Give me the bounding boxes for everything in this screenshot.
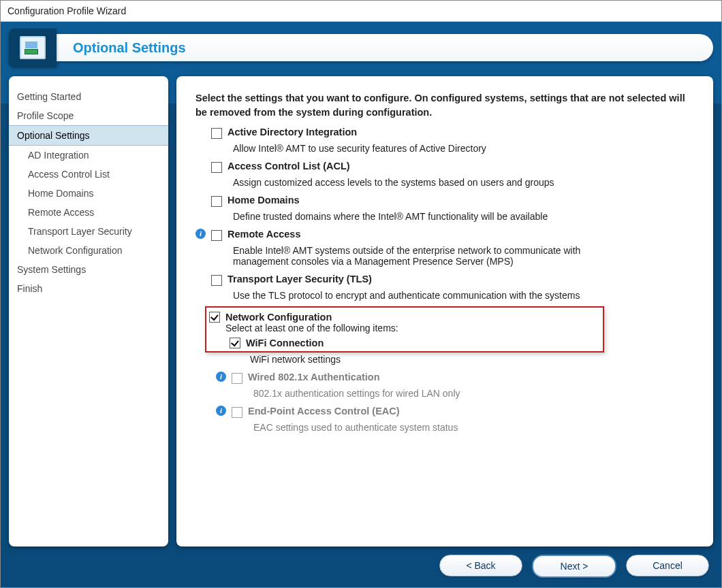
option-net-subintro: Select at least one of the following ite… <box>225 323 398 333</box>
highlight-network-config: Network Configuration Select at least on… <box>205 306 604 353</box>
next-button[interactable]: Next > <box>532 555 616 578</box>
nav-system-settings[interactable]: System Settings <box>9 260 168 279</box>
app-icon <box>20 36 46 59</box>
nav-profile-scope[interactable]: Profile Scope <box>9 106 168 125</box>
option-wifi-desc: WiFi network settings <box>250 354 694 365</box>
option-acl: Access Control List (ACL) <box>195 161 694 173</box>
option-home: Home Domains <box>195 195 694 207</box>
wizard-header: Optional Settings <box>9 29 713 67</box>
checkbox-remote[interactable] <box>211 230 222 241</box>
option-wifi-title: WiFi Connection <box>246 338 324 348</box>
checkbox-home[interactable] <box>211 196 222 207</box>
option-net: Network Configuration <box>209 312 398 323</box>
option-ad: Active Directory Integration <box>195 127 694 139</box>
wizard-nav: Getting Started Profile Scope Optional S… <box>9 76 168 546</box>
option-eac: i End-Point Access Control (EAC) <box>216 406 694 418</box>
nav-getting-started[interactable]: Getting Started <box>9 87 168 106</box>
option-ad-desc: Allow Intel® AMT to use security feature… <box>233 143 694 154</box>
nav-remote-access[interactable]: Remote Access <box>9 203 168 222</box>
option-wifi: WiFi Connection <box>230 338 398 348</box>
option-eac-desc: EAC settings used to authenticate system… <box>253 422 694 433</box>
option-eac-title: End-Point Access Control (EAC) <box>248 406 400 416</box>
option-net-title: Network Configuration <box>225 312 332 323</box>
info-icon[interactable]: i <box>216 406 226 416</box>
cancel-button[interactable]: Cancel <box>626 555 709 576</box>
wizard-columns: Getting Started Profile Scope Optional S… <box>9 76 713 546</box>
wizard-header-iconwell <box>9 29 57 67</box>
option-acl-title: Access Control List (ACL) <box>227 161 350 172</box>
window-title: Configuration Profile Wizard <box>1 1 721 22</box>
wizard-header-title: Optional Settings <box>57 34 713 61</box>
checkbox-eac <box>232 407 242 418</box>
option-tls-title: Transport Layer Security (TLS) <box>227 274 372 284</box>
nav-finish[interactable]: Finish <box>9 279 168 298</box>
nav-home-domains[interactable]: Home Domains <box>9 184 168 203</box>
option-wired: i Wired 802.1x Authentication <box>216 372 694 384</box>
wizard-footer: < Back Next > Cancel <box>439 555 709 578</box>
nav-ad-integration[interactable]: AD Integration <box>9 146 168 165</box>
option-wired-title: Wired 802.1x Authentication <box>248 372 380 382</box>
wizard-content: Select the settings that you want to con… <box>176 76 713 546</box>
checkbox-wired <box>232 373 242 384</box>
back-button[interactable]: < Back <box>439 555 522 576</box>
nav-tls[interactable]: Transport Layer Security <box>9 222 168 241</box>
checkbox-tls[interactable] <box>211 275 222 286</box>
option-wired-desc: 802.1x authentication settings for wired… <box>253 388 694 399</box>
checkbox-acl[interactable] <box>211 162 222 173</box>
option-remote-title: Remote Access <box>227 229 300 240</box>
checkbox-net[interactable] <box>209 312 220 323</box>
nav-optional-settings[interactable]: Optional Settings <box>9 125 168 146</box>
checkbox-ad[interactable] <box>211 128 222 139</box>
option-tls: Transport Layer Security (TLS) <box>195 274 694 286</box>
info-icon[interactable]: i <box>216 372 226 382</box>
option-remote-desc: Enable Intel® AMT systems outside of the… <box>233 245 614 267</box>
checkbox-wifi[interactable] <box>230 338 240 348</box>
option-tls-desc: Use the TLS protocol to encrypt and auth… <box>233 290 694 301</box>
option-home-desc: Define trusted domains where the Intel® … <box>233 211 694 222</box>
option-acl-desc: Assign customized access levels to the s… <box>233 177 694 188</box>
nav-network-configuration[interactable]: Network Configuration <box>9 241 168 260</box>
wizard-body: Optional Settings Getting Started Profil… <box>1 22 721 587</box>
wizard-window: Configuration Profile Wizard Optional Se… <box>0 0 722 588</box>
nav-access-control-list[interactable]: Access Control List <box>9 165 168 184</box>
option-ad-title: Active Directory Integration <box>227 127 357 137</box>
option-home-title: Home Domains <box>227 195 300 206</box>
info-icon[interactable]: i <box>195 229 206 239</box>
option-remote: i Remote Access <box>195 229 694 241</box>
intro-text: Select the settings that you want to con… <box>195 91 694 120</box>
